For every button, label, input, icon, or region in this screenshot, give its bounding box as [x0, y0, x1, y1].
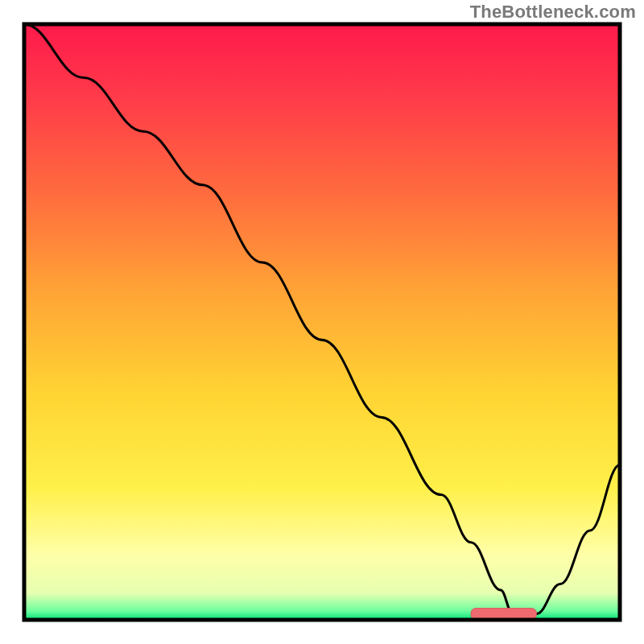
plot-background: [24, 24, 620, 620]
chart-container: { "watermark": "TheBottleneck.com", "col…: [0, 0, 644, 644]
chart-svg: [0, 0, 644, 644]
